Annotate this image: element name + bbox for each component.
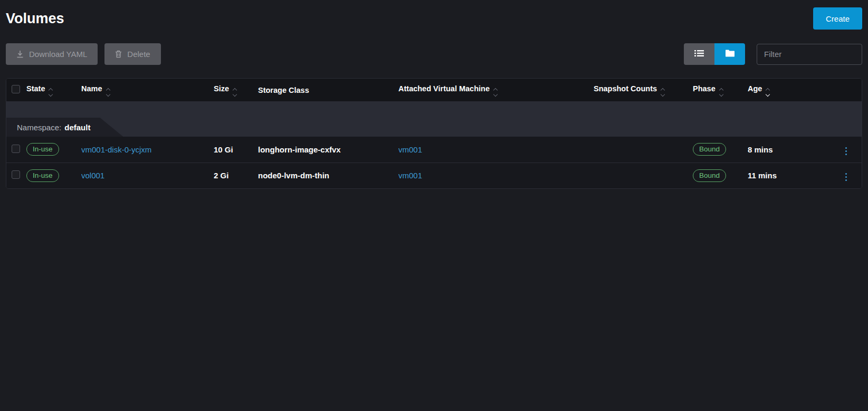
row-menu-button[interactable] [843,145,849,157]
table-row: In-use vm001-disk-0-ycjxm 10 Gi longhorn… [6,137,862,163]
column-header-age[interactable]: Age [748,79,811,101]
namespace-label: Namespace: [17,123,61,132]
list-icon [694,50,704,59]
view-toggle-group [684,43,745,65]
sort-icon [494,89,497,96]
sort-icon [720,89,723,96]
volume-name-link[interactable]: vol001 [81,171,104,180]
state-cell: In-use [26,163,81,188]
sort-icon-active [766,89,769,96]
row-select-cell [6,163,26,188]
sort-icon [233,89,236,96]
column-header-state[interactable]: State [26,79,81,101]
row-actions-cell [811,163,862,188]
download-yaml-label: Download YAML [29,50,87,59]
attached-vm-link[interactable]: vm001 [398,171,422,180]
namespace-group-tab: Namespace: default [6,118,123,137]
attached-vm-cell: vm001 [398,163,594,188]
action-bar: Download YAML Delete [6,43,862,65]
phase-badge: Bound [693,143,726,156]
column-header-attached-vm[interactable]: Attached Virtual Machine [398,79,594,101]
size-cell: 10 Gi [214,137,258,163]
sort-icon [49,89,52,96]
namespace-group-band: Namespace: default [6,101,862,137]
attached-vm-cell: vm001 [398,137,594,163]
namespace-value: default [64,123,90,132]
row-menu-button[interactable] [843,171,849,183]
column-header-size[interactable]: Size [214,79,258,101]
volume-name-link[interactable]: vm001-disk-0-ycjxm [81,145,151,154]
column-header-name[interactable]: Name [81,79,214,101]
row-checkbox[interactable] [12,170,20,179]
phase-cell: Bound [693,137,748,163]
download-icon [16,50,24,58]
filter-input[interactable] [757,44,862,65]
download-yaml-button[interactable]: Download YAML [6,43,98,65]
table-row: In-use vol001 2 Gi node0-lvm-dm-thin vm0… [6,163,862,188]
snapshot-counts-cell [594,137,693,163]
state-badge: In-use [26,169,59,182]
snapshot-counts-cell [594,163,693,188]
attached-vm-link[interactable]: vm001 [398,145,422,154]
column-header-phase[interactable]: Phase [693,79,748,101]
delete-label: Delete [127,50,150,59]
name-cell: vm001-disk-0-ycjxm [81,137,214,163]
grouped-view-button[interactable] [714,43,745,65]
age-cell: 11 mins [748,163,811,188]
volumes-table: State Name Size Storage Class Attached V… [6,78,862,189]
title-bar: Volumes Create [6,7,862,30]
select-all-checkbox[interactable] [12,85,20,93]
namespace-group-row: Namespace: default [6,101,862,137]
age-cell: 8 mins [748,137,811,163]
name-cell: vol001 [81,163,214,188]
storage-class-cell: node0-lvm-dm-thin [258,163,398,188]
select-all-cell [6,79,26,101]
state-badge: In-use [26,143,59,156]
column-header-actions [811,79,862,101]
create-button[interactable]: Create [813,7,862,30]
storage-class-cell: longhorn-image-cxfvx [258,137,398,163]
delete-button[interactable]: Delete [104,43,160,65]
row-actions-cell [811,137,862,163]
table-header-row: State Name Size Storage Class Attached V… [6,79,862,101]
sort-icon [107,89,110,96]
state-cell: In-use [26,137,81,163]
row-checkbox[interactable] [12,145,20,153]
column-header-storage-class: Storage Class [258,79,398,101]
trash-icon [115,50,122,58]
page-title: Volumes [6,11,64,27]
phase-badge: Bound [693,169,726,182]
phase-cell: Bound [693,163,748,188]
folder-icon [726,50,735,59]
column-header-snapshot-counts[interactable]: Snapshot Counts [594,79,693,101]
sort-icon [661,89,664,96]
size-cell: 2 Gi [214,163,258,188]
list-view-button[interactable] [684,43,714,65]
row-select-cell [6,137,26,163]
volumes-page: Volumes Create Download YAML [0,7,868,189]
